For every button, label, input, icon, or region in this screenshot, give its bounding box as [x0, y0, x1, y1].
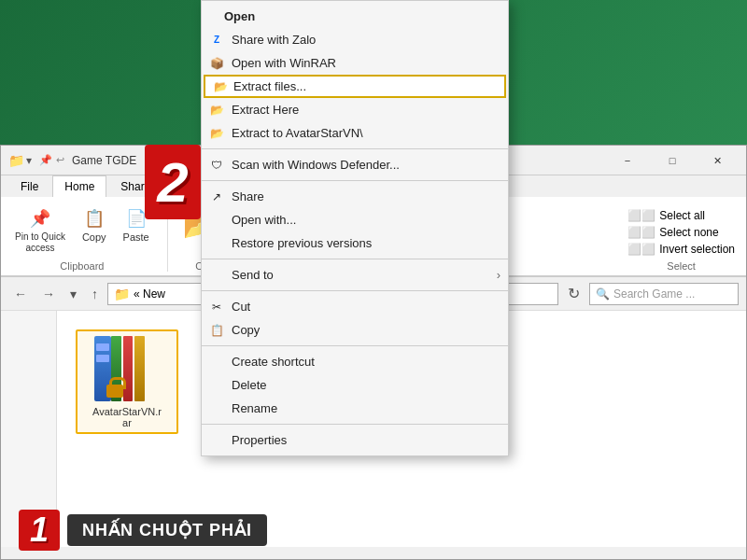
cm-open-winrar-label: Open with WinRAR [232, 56, 336, 70]
context-menu: Open Z Share with Zalo 📦 Open with WinRA… [201, 0, 509, 456]
cm-cut-label: Cut [232, 300, 250, 314]
shield-icon: 🛡 [209, 158, 224, 173]
cm-scan-defender[interactable]: 🛡 Scan with Windows Defender... [202, 153, 508, 176]
copy-button[interactable]: 📋 Copy [76, 204, 113, 245]
separator-2 [202, 180, 508, 181]
pin-icon: 📌 [29, 207, 51, 230]
minimize-button[interactable]: − [606, 151, 649, 170]
sendto-arrow: › [497, 268, 500, 282]
cm-shortcut-label: Create shortcut [232, 355, 315, 369]
separator-4 [202, 290, 508, 291]
instruction-label: NHẤN CHUỘT PHẢI [67, 514, 267, 546]
cm-delete[interactable]: Delete [202, 373, 508, 397]
cm-delete-label: Delete [232, 378, 267, 392]
tab-home[interactable]: Home [52, 175, 106, 197]
cm-copy-label: Copy [232, 323, 260, 337]
rename-icon [209, 401, 224, 416]
file-label: AvatarStarVN.rar [81, 406, 173, 428]
cm-header: Open [202, 5, 508, 28]
refresh-button[interactable]: ↻ [562, 281, 585, 306]
tab-file[interactable]: File [8, 175, 50, 197]
cm-cut[interactable]: ✂ Cut [202, 295, 508, 318]
select-label: Select [624, 260, 739, 272]
open-with-icon [209, 213, 224, 228]
extract-here-icon: 📂 [209, 103, 224, 118]
cm-rename[interactable]: Rename [202, 397, 508, 420]
cm-send-to[interactable]: Send to › [202, 263, 508, 287]
select-none-item[interactable]: ⬜⬜ Select none [624, 225, 739, 240]
cm-open-winrar[interactable]: 📦 Open with WinRAR [202, 51, 508, 75]
pin-button[interactable]: 📌 Pin to Quickaccess [8, 204, 72, 257]
clipboard-label: Clipboard [60, 260, 104, 272]
invert-selection-item[interactable]: ⬜⬜ Invert selection [624, 242, 739, 257]
separator-1 [202, 148, 508, 149]
rar-file-icon [81, 335, 148, 402]
select-all-label: Select all [659, 209, 705, 222]
pin-label: Pin to Quickaccess [15, 231, 65, 254]
select-options: ⬜⬜ Select all ⬜⬜ Select none ⬜⬜ Invert s… [624, 204, 739, 257]
search-icon: 🔍 [596, 287, 610, 301]
forward-button[interactable]: → [36, 283, 61, 305]
cm-share-zalo-label: Share with Zalo [232, 33, 316, 47]
cm-extract-to[interactable]: 📂 Extract to AvatarStarVN\ [202, 121, 508, 145]
separator-5 [202, 345, 508, 346]
zalo-icon: Z [209, 33, 224, 48]
shortcut-icon [209, 355, 224, 370]
delete-icon [209, 378, 224, 393]
cm-open-with-label: Open with... [232, 213, 296, 227]
share-icon: ↗ [209, 189, 224, 204]
select-none-icon: ⬜⬜ [627, 226, 655, 239]
back-button[interactable]: ← [8, 283, 33, 305]
properties-ctx-icon [209, 433, 224, 448]
cm-properties-label: Properties [232, 433, 287, 447]
cm-extract-files-label: Extract files... [233, 79, 306, 93]
separator-3 [202, 259, 508, 259]
invert-label: Invert selection [659, 243, 735, 256]
cm-create-shortcut[interactable]: Create shortcut [202, 350, 508, 373]
quick-access-icon: 📌 [39, 154, 52, 166]
invert-icon: ⬜⬜ [627, 243, 655, 256]
cm-open-with[interactable]: Open with... [202, 208, 508, 231]
up-button[interactable]: ↑ [86, 283, 104, 305]
cm-copy[interactable]: 📋 Copy [202, 318, 508, 342]
cm-rename-label: Rename [232, 401, 277, 415]
extract-files-icon: 📂 [213, 79, 228, 94]
cm-send-to-label: Send to [232, 268, 274, 282]
cm-extract-files[interactable]: 📂 Extract files... [204, 75, 506, 98]
cm-extract-here[interactable]: 📂 Extract Here [202, 98, 508, 121]
refresh-icon: ↻ [568, 286, 580, 301]
maximize-button[interactable]: □ [651, 151, 694, 170]
cut-icon: ✂ [209, 300, 224, 315]
sendto-icon [209, 268, 224, 283]
cm-share[interactable]: ↗ Share [202, 185, 508, 208]
cm-properties[interactable]: Properties [202, 428, 508, 452]
nav-dropdown[interactable]: ▾ [64, 283, 82, 305]
search-placeholder: Search Game ... [613, 287, 695, 301]
cm-share-label: Share [232, 189, 264, 203]
extract-to-icon: 📂 [209, 126, 224, 141]
copy-icon: 📋 [83, 207, 106, 230]
badge-1-container: 1 NHẤN CHUỘT PHẢI [19, 510, 267, 551]
cm-restore[interactable]: Restore previous versions [202, 231, 508, 255]
select-all-item[interactable]: ⬜⬜ Select all [624, 208, 739, 223]
winrar-icon: 📦 [209, 56, 224, 71]
cm-restore-label: Restore previous versions [232, 236, 372, 250]
separator-6 [202, 424, 508, 425]
clipboard-buttons: 📌 Pin to Quickaccess 📋 Copy 📄 Paste [8, 204, 156, 257]
search-bar[interactable]: 🔍 Search Game ... [589, 283, 739, 305]
file-item-avatarstar[interactable]: AvatarStarVN.rar [76, 329, 178, 434]
folder-icon: 📁 [114, 287, 130, 301]
badge-number-2: 2 [145, 145, 201, 219]
book-yellow [134, 336, 145, 401]
paste-label: Paste [123, 231, 149, 243]
rar-icon-stack [87, 336, 143, 401]
select-none-label: Select none [659, 226, 718, 239]
cm-extract-here-label: Extract Here [232, 103, 299, 117]
select-all-icon: ⬜⬜ [627, 209, 655, 222]
undo-icon: ↩ [56, 154, 64, 166]
close-button[interactable]: ✕ [696, 151, 739, 170]
cm-share-zalo[interactable]: Z Share with Zalo [202, 28, 508, 51]
window-controls: − □ ✕ [606, 151, 739, 170]
book-red [123, 336, 134, 401]
cm-extract-to-label: Extract to AvatarStarVN\ [232, 126, 363, 140]
